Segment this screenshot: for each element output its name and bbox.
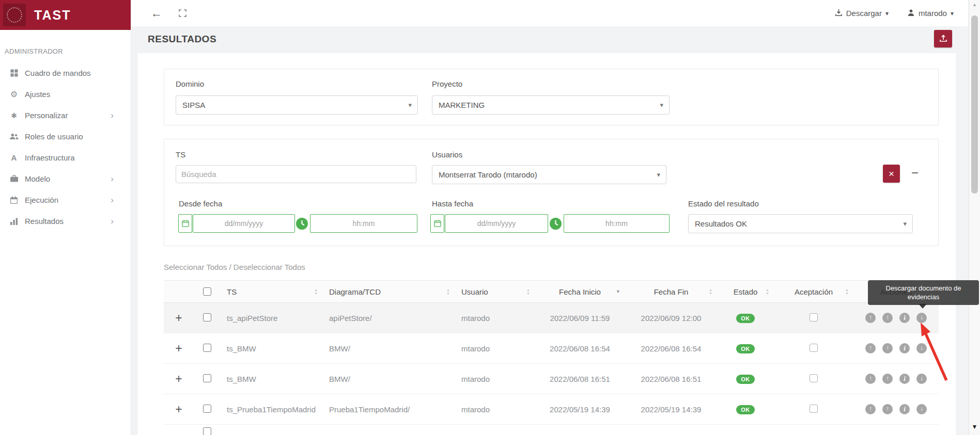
scrollbar-thumb[interactable] [971, 15, 978, 194]
back-arrow-button[interactable] [151, 8, 162, 19]
header-label: Diagrama/TCD [329, 287, 381, 296]
sidebar-item-label: Ajustes [25, 90, 50, 99]
header-fecha-fin[interactable]: Fecha Fin [625, 281, 717, 302]
action-upload-icon[interactable] [865, 313, 876, 323]
sort-icon [845, 288, 849, 295]
dominio-select[interactable]: SIPSA [176, 95, 418, 115]
select-all-toggle[interactable]: Seleccionar Todos / Deseleccionar Todos [164, 263, 305, 271]
hasta-time-input[interactable] [564, 214, 670, 233]
acceptance-checkbox[interactable] [810, 374, 818, 382]
status-badge: OK [736, 314, 755, 323]
header-fecha-inicio[interactable]: Fecha Inicio [535, 281, 625, 302]
action-info-icon[interactable] [899, 313, 910, 323]
row-checkbox[interactable] [203, 405, 211, 413]
descargar-menu[interactable]: Descargar [835, 9, 889, 18]
sidebar-item-personalizar[interactable]: Personalizar [0, 105, 131, 126]
cell-diagrama: apiPetStore/ [322, 314, 455, 323]
upload-button[interactable] [934, 30, 952, 47]
acceptance-checkbox[interactable] [810, 344, 818, 352]
desde-time-input[interactable] [310, 214, 417, 233]
cell-fecha-inicio: 2022/06/08 16:51 [535, 375, 625, 383]
action-upload-alt-icon[interactable] [882, 313, 893, 323]
header-label: Usuario [461, 287, 488, 296]
status-badge: OK [736, 405, 755, 414]
desde-date-input[interactable] [193, 214, 295, 233]
hasta-clock-button[interactable] [550, 218, 562, 230]
results-table: TS Diagrama/TCD Usuario Fecha Inicio Fec… [164, 280, 939, 435]
font-icon [7, 153, 21, 162]
estado-resultado-value: Resultados OK [695, 219, 747, 228]
cell-fecha-inicio: 2022/06/08 16:54 [535, 344, 625, 353]
table-row: ts_BMW BMW/ mtarodo 2022/06/08 16:51 202… [164, 364, 939, 394]
sidebar-item-cuadro-de-mandos[interactable]: Cuadro de mandos [0, 62, 131, 84]
expand-row-button[interactable] [175, 312, 182, 324]
search-filter-card: TS Usuarios Montserrat Tarodo (mtarodo) … [164, 139, 939, 246]
proyecto-select[interactable]: MARKETING [432, 95, 670, 115]
chevron-right-icon [111, 195, 114, 205]
ts-search-input[interactable] [176, 165, 416, 183]
action-info-icon[interactable] [899, 374, 910, 384]
bar-chart-icon [7, 217, 21, 225]
scrollbar-down-arrow[interactable] [969, 423, 980, 430]
select-all-checkbox[interactable] [203, 287, 211, 296]
desde-clock-button[interactable] [296, 218, 308, 230]
users-icon [7, 133, 21, 140]
expand-row-button[interactable] [175, 404, 182, 415]
scrollbar-up-arrow[interactable] [969, 2, 980, 7]
sidebar-item-label: Resultados [25, 217, 64, 225]
header-ts[interactable]: TS [220, 281, 322, 302]
dominio-label: Dominio [176, 79, 204, 88]
scrollbar[interactable] [969, 0, 980, 435]
acceptance-checkbox[interactable] [810, 313, 818, 321]
desde-calendar-button[interactable] [178, 214, 192, 233]
action-download-evidences-icon[interactable] [916, 374, 927, 384]
header-aceptacion[interactable]: Aceptación [774, 281, 853, 302]
cell-ts: ts_BMW [220, 344, 322, 353]
hasta-fecha-label: Hasta fecha [432, 199, 473, 208]
header-estado[interactable]: Estado [717, 281, 774, 302]
row-checkbox[interactable] [203, 427, 211, 435]
user-menu[interactable]: mtarodo [907, 9, 954, 18]
calendar-icon [7, 196, 21, 204]
row-checkbox[interactable] [203, 344, 211, 352]
expand-row-button[interactable] [175, 343, 182, 355]
sidebar-item-ajustes[interactable]: Ajustes [0, 84, 131, 105]
action-upload-icon[interactable] [865, 343, 876, 353]
sidebar-item-label: Infraestructura [25, 153, 75, 162]
sort-icon [314, 288, 318, 295]
cell-usuario: mtarodo [455, 375, 535, 383]
action-upload-alt-icon[interactable] [882, 374, 893, 384]
action-download-evidences-icon[interactable] [916, 313, 927, 323]
chevron-down-icon [885, 10, 889, 17]
header-usuario[interactable]: Usuario [455, 281, 535, 302]
sidebar-item-ejecucion[interactable]: Ejecución [0, 189, 131, 211]
sidebar-item-resultados[interactable]: Resultados [0, 211, 131, 232]
estado-resultado-select[interactable]: Resultados OK [688, 214, 913, 233]
dominio-value: SIPSA [182, 101, 205, 109]
action-download-evidences-icon[interactable] [916, 343, 927, 353]
sort-icon [526, 288, 530, 295]
sidebar-item-roles-de-usuario[interactable]: Roles de usuario [0, 126, 131, 147]
expand-row-button[interactable] [175, 373, 182, 385]
collapse-filter-button[interactable] [911, 167, 919, 179]
fullscreen-icon[interactable] [179, 9, 186, 17]
sidebar-item-infraestructura[interactable]: Infraestructura [0, 147, 131, 168]
row-checkbox[interactable] [203, 374, 211, 382]
clear-filter-button[interactable] [883, 165, 900, 183]
action-info-icon[interactable] [899, 404, 910, 414]
action-upload-alt-icon[interactable] [882, 343, 893, 353]
sidebar-item-modelo[interactable]: Modelo [0, 168, 131, 189]
header-diagrama[interactable]: Diagrama/TCD [322, 281, 455, 302]
usuarios-select[interactable]: Montserrat Tarodo (mtarodo) [432, 165, 666, 184]
row-checkbox[interactable] [203, 313, 211, 321]
action-upload-alt-icon[interactable] [882, 404, 893, 414]
action-upload-icon[interactable] [865, 404, 876, 414]
chevron-right-icon [111, 174, 114, 184]
action-upload-icon[interactable] [865, 374, 876, 384]
action-info-icon[interactable] [899, 343, 910, 353]
descargar-label: Descargar [846, 9, 882, 18]
hasta-calendar-button[interactable] [430, 214, 444, 233]
acceptance-checkbox[interactable] [810, 405, 818, 413]
action-download-evidences-icon[interactable] [916, 404, 927, 414]
hasta-date-input[interactable] [445, 214, 548, 233]
